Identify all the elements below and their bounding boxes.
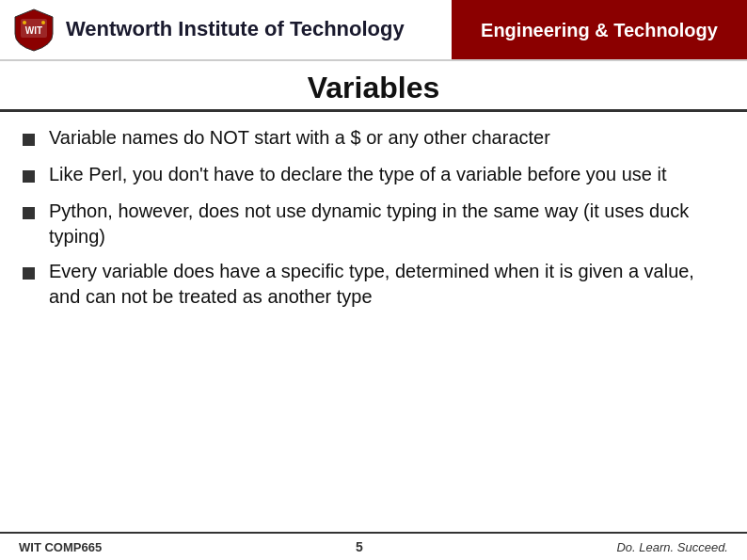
- bullet-square-icon-2: [23, 170, 35, 183]
- bullet-marker-2: [23, 164, 49, 189]
- slide: WIT Wentworth Institute of Technology En…: [0, 0, 747, 560]
- bullet-marker-4: [23, 261, 49, 286]
- bullet-text-3: Python, however, does not use dynamic ty…: [49, 199, 724, 249]
- bullet-square-icon-3: [23, 207, 35, 219]
- institution-name: Wentworth Institute of Technology: [66, 17, 405, 41]
- bullet-item-3: Python, however, does not use dynamic ty…: [23, 199, 724, 249]
- bullet-square-icon: [23, 134, 35, 146]
- footer-tagline: Do. Learn. Succeed.: [616, 540, 728, 554]
- bullet-text-2: Like Perl, you don't have to declare the…: [49, 162, 724, 187]
- svg-point-3: [41, 21, 45, 24]
- footer: WIT COMP665 5 Do. Learn. Succeed.: [0, 532, 747, 560]
- bullet-text-4: Every variable does have a specific type…: [49, 259, 724, 310]
- svg-point-2: [23, 21, 26, 24]
- bullet-square-icon-4: [23, 267, 35, 280]
- footer-course: WIT COMP665: [19, 540, 102, 554]
- wit-logo-icon: WIT: [11, 8, 56, 53]
- slide-title: Variables: [308, 71, 440, 104]
- bullet-marker-3: [23, 200, 49, 226]
- header: WIT Wentworth Institute of Technology En…: [0, 0, 747, 61]
- bullet-marker-1: [23, 127, 49, 152]
- header-right: Engineering & Technology: [452, 0, 747, 59]
- bullet-item-4: Every variable does have a specific type…: [23, 259, 724, 310]
- svg-text:WIT: WIT: [25, 25, 42, 36]
- bullet-text-1: Variable names do NOT start with a $ or …: [49, 125, 724, 151]
- header-left: WIT Wentworth Institute of Technology: [0, 0, 452, 59]
- bullet-item-2: Like Perl, you don't have to declare the…: [23, 162, 724, 189]
- content-area: Variable names do NOT start with a $ or …: [0, 112, 747, 532]
- slide-title-area: Variables: [0, 61, 747, 112]
- footer-page-number: 5: [356, 539, 363, 554]
- department-name: Engineering & Technology: [481, 18, 718, 42]
- bullet-item-1: Variable names do NOT start with a $ or …: [23, 125, 724, 152]
